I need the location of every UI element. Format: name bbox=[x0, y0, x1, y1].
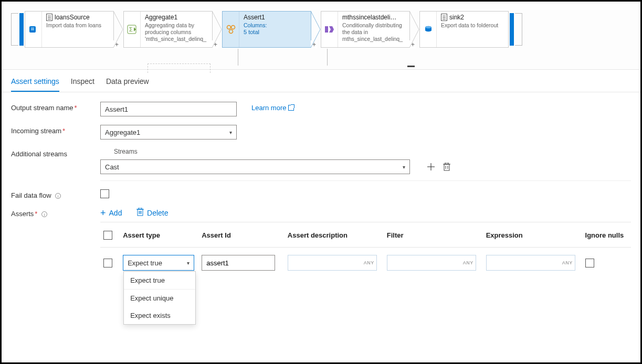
svg-rect-9 bbox=[325, 26, 328, 33]
svg-marker-10 bbox=[329, 26, 334, 33]
columns-label: Columns: bbox=[244, 22, 307, 29]
branch-connector bbox=[238, 49, 238, 66]
flow-node-aggregate1[interactable]: Σ Aggregate1 Aggregating data by produci… bbox=[123, 11, 213, 48]
document-icon bbox=[441, 14, 447, 21]
node-desc: Conditionally distributing the data in m… bbox=[342, 22, 405, 42]
settings-tabs: Assert settings Inspect Data preview bbox=[2, 70, 640, 92]
flow-connector bbox=[410, 11, 419, 48]
svg-rect-1 bbox=[31, 28, 34, 28]
svg-rect-15 bbox=[444, 164, 449, 170]
node-title: Assert1 bbox=[244, 14, 265, 21]
node-title: loansSource bbox=[55, 14, 90, 21]
incoming-stream-select[interactable]: Aggregate1 ▾ bbox=[100, 125, 237, 140]
flow-connector bbox=[311, 11, 321, 48]
flow-end-cap bbox=[510, 13, 514, 46]
delete-assert-button[interactable]: Delete bbox=[136, 208, 168, 218]
chevron-down-icon: ▾ bbox=[187, 260, 190, 266]
info-icon[interactable]: i bbox=[55, 193, 61, 199]
flow-end-outer bbox=[515, 13, 522, 46]
node-desc: Export data to folderout bbox=[441, 22, 504, 29]
assert-type-select[interactable]: Expect true ▾ Expect true Expect unique … bbox=[123, 255, 194, 271]
external-link-icon bbox=[288, 105, 294, 111]
learn-more-link[interactable]: Learn more bbox=[251, 102, 294, 112]
flow-connector bbox=[213, 11, 222, 48]
svg-text:Σ: Σ bbox=[129, 26, 133, 33]
delete-stream-button[interactable] bbox=[441, 162, 452, 172]
svg-rect-19 bbox=[445, 163, 448, 164]
node-desc: Import data from loans bbox=[46, 22, 109, 29]
source-icon bbox=[25, 12, 42, 47]
add-assert-button[interactable]: + Add bbox=[100, 209, 122, 217]
plus-icon: + bbox=[100, 209, 106, 217]
incoming-stream-label: Incoming stream* bbox=[11, 125, 100, 135]
flow-connector bbox=[114, 11, 123, 48]
split-icon bbox=[321, 12, 338, 47]
node-title: sink2 bbox=[449, 14, 464, 21]
node-title: Aggregate1 bbox=[145, 14, 177, 21]
streams-select[interactable]: Cast ▾ bbox=[100, 159, 410, 174]
fail-data-flow-label: Fail data flow i bbox=[11, 189, 100, 199]
col-header-type: Assert type bbox=[123, 231, 194, 239]
output-stream-input[interactable] bbox=[100, 102, 237, 116]
col-header-ignore-nulls: Ignore nulls bbox=[585, 231, 631, 239]
dataflow-canvas: loansSource Import data from loans + Σ A… bbox=[2, 2, 640, 70]
tab-inspect[interactable]: Inspect bbox=[71, 74, 94, 92]
select-all-checkbox[interactable] bbox=[103, 231, 112, 240]
col-header-id: Assert Id bbox=[202, 231, 280, 239]
sink-icon bbox=[420, 12, 437, 47]
assert-description-input[interactable]: ANY bbox=[288, 255, 377, 271]
col-header-desc: Assert description bbox=[288, 231, 380, 239]
aggregate-icon: Σ bbox=[124, 12, 141, 47]
svg-point-7 bbox=[231, 26, 235, 29]
svg-point-6 bbox=[227, 26, 230, 29]
col-header-expression: Expression bbox=[486, 231, 578, 239]
assert-id-input[interactable] bbox=[202, 255, 275, 271]
svg-point-8 bbox=[229, 30, 233, 34]
flow-node-loanssource[interactable]: loansSource Import data from loans + bbox=[25, 11, 114, 48]
flow-begin-cap bbox=[19, 13, 24, 46]
columns-value: 5 total bbox=[244, 29, 307, 36]
streams-header: Streams bbox=[114, 148, 631, 155]
document-icon bbox=[46, 14, 52, 21]
canvas-handle[interactable] bbox=[407, 66, 415, 67]
col-header-filter: Filter bbox=[387, 231, 479, 239]
table-row: Expect true ▾ Expect true Expect unique … bbox=[100, 248, 631, 278]
dropdown-option[interactable]: Expect true bbox=[124, 272, 195, 290]
svg-point-12 bbox=[425, 26, 431, 28]
chevron-down-icon: ▾ bbox=[229, 130, 232, 135]
flow-node-mthssincelastdeli[interactable]: mthssincelastdeli… Conditionally distrib… bbox=[321, 11, 410, 48]
output-stream-label: Output stream name* bbox=[11, 102, 100, 112]
flow-begin-outer bbox=[11, 13, 18, 46]
node-desc: Aggregating data by producing columns 'm… bbox=[145, 22, 208, 42]
asserts-table: Assert type Assert Id Assert description… bbox=[100, 222, 631, 278]
row-checkbox[interactable] bbox=[103, 259, 112, 267]
fail-data-flow-checkbox[interactable] bbox=[100, 189, 109, 198]
info-icon[interactable]: i bbox=[41, 211, 47, 217]
assert-type-dropdown: Expect true Expect unique Expect exists bbox=[123, 271, 196, 325]
ghost-node[interactable] bbox=[148, 63, 211, 73]
flow-node-sink2[interactable]: sink2 Export data to folderout bbox=[419, 11, 509, 48]
flow-node-assert1[interactable]: Assert1 Columns: 5 total + bbox=[222, 11, 311, 48]
chevron-down-icon: ▾ bbox=[403, 164, 405, 170]
asserts-label: Asserts* i bbox=[11, 208, 100, 218]
tab-data-preview[interactable]: Data preview bbox=[106, 74, 149, 92]
additional-streams-label: Additional streams bbox=[11, 148, 100, 158]
svg-rect-25 bbox=[139, 208, 142, 209]
branch-connector bbox=[327, 49, 328, 66]
node-title: mthssincelastdeli… bbox=[342, 14, 396, 21]
expression-input[interactable]: ANY bbox=[486, 255, 575, 271]
filter-input[interactable]: ANY bbox=[387, 255, 476, 271]
dropdown-option[interactable]: Expect unique bbox=[124, 290, 195, 307]
add-stream-button[interactable] bbox=[426, 162, 436, 172]
assert-settings-panel: Output stream name* Learn more Incoming … bbox=[2, 92, 640, 278]
svg-rect-2 bbox=[31, 29, 34, 30]
tab-assert-settings[interactable]: Assert settings bbox=[11, 74, 59, 92]
trash-icon bbox=[136, 208, 144, 218]
ignore-nulls-checkbox[interactable] bbox=[585, 259, 594, 267]
dropdown-option[interactable]: Expect exists bbox=[124, 307, 195, 324]
assert-icon bbox=[223, 12, 239, 47]
